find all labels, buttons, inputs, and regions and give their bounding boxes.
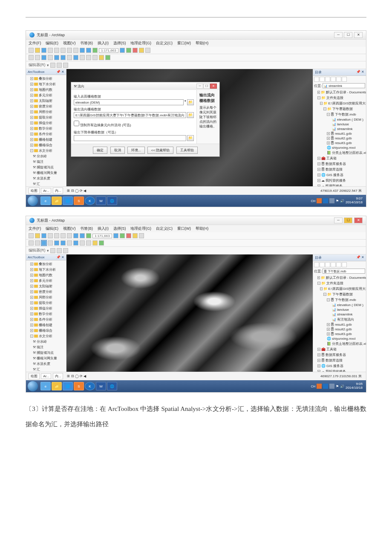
catalog-tree-item[interactable]: −📁 下午赛题数据 (314, 292, 365, 297)
toolbox-item[interactable]: +提取分析 (27, 115, 65, 120)
catalog-tree-item[interactable]: 📊 elevation ( DEM ) (314, 303, 365, 307)
toolbar-tools[interactable] (26, 240, 366, 247)
task-arc-icon[interactable]: 🌐 (63, 197, 73, 205)
catalog-tree-item[interactable]: +🗄 数据库服务器 (314, 161, 365, 167)
toolbox-item[interactable]: +密度分析 (27, 289, 65, 295)
toolbar-tools[interactable] (26, 54, 366, 61)
menu-select[interactable]: 选择(S) (113, 41, 126, 45)
toolbox-item[interactable]: +多元分析 (27, 278, 65, 283)
catalog-tree-item[interactable]: −🗄 下午数据.mdb (314, 112, 365, 117)
catalog-tree-item[interactable]: +🗄 数据库连接 (314, 358, 365, 363)
bottom-tabs[interactable]: 绘图 Ar... 内... (29, 373, 63, 379)
output-raster[interactable]: E:\第四届GIS技能应用大赛下午\下午赛题数据\下午数据.mdb\有洼地流向 (74, 112, 186, 118)
toolbox-item[interactable]: +条件分析 (27, 317, 65, 322)
catalog-tree-item[interactable]: +🗄 result1.gdb (314, 322, 365, 327)
browse-button[interactable]: 📁 (187, 135, 194, 141)
task-k-icon[interactable]: K (85, 197, 95, 205)
toolbox-item[interactable]: +栅格综合 (27, 142, 65, 148)
map-view[interactable]: ⚒ 流向 ─☐✕ 输入表面栅格数据 elevation (DEM) ▾ 📁 (66, 69, 313, 186)
ok-button[interactable]: 确定 (93, 147, 107, 154)
browse-button[interactable]: 📁 (187, 99, 194, 105)
menu-window[interactable]: 窗口(W) (177, 41, 191, 45)
catalog-tree-item[interactable]: 🌐 shiyunxing.mxd (314, 336, 365, 341)
toolbox-item[interactable]: +地下水分析 (27, 267, 65, 272)
drop-raster[interactable] (74, 135, 186, 141)
toolbox-item[interactable]: +插值分析 (27, 306, 65, 311)
toolbox-item[interactable]: +地图代数 (27, 272, 65, 278)
catalog-toolbar[interactable] (313, 76, 366, 83)
toolbox-item[interactable]: +栅格创建 (27, 322, 65, 328)
catalog-tree-item[interactable]: +☁ 即用型服务 (314, 183, 365, 186)
map-view[interactable] (66, 254, 313, 372)
catalog-tree-item[interactable]: +☁ 我托管的服务 (314, 369, 365, 372)
catalog-tree-item[interactable]: +🧰 工具箱 (314, 347, 365, 352)
catalog-tree-item[interactable]: +🗄 result1.gdb (314, 131, 365, 136)
catalog-tree-item[interactable]: −🗄 下午数据.mdb (314, 297, 365, 303)
toolbox-item[interactable]: +局部分析 (27, 295, 65, 300)
catalog-tree-item[interactable]: 📗 分类土地整治面积表.xls (314, 150, 365, 156)
catalog-tree-item[interactable]: 📊 streamlink (314, 312, 365, 317)
toolbox-item[interactable]: +地下水分析 (27, 81, 65, 87)
dialog-win-controls[interactable]: ─☐✕ (196, 84, 217, 89)
toolbox-hydrology[interactable]: −水文分析 (27, 148, 65, 153)
force-edge-checkbox[interactable]: 强制所有边缘象元向外流动 (可选) (74, 121, 194, 127)
task-explorer-icon[interactable]: 📁 (52, 382, 62, 390)
toolbox-item[interactable]: +数学分析 (27, 126, 65, 131)
start-button[interactable] (28, 381, 38, 391)
tool-item[interactable]: ⚒汇 (27, 367, 65, 372)
tool-item[interactable]: ⚒汇 (27, 181, 65, 186)
catalog-tree-item[interactable]: +☁ 我托管的服务 (314, 178, 365, 183)
task-ie-icon[interactable]: e (40, 197, 51, 205)
catalog-tree-item[interactable]: 📊 有洼地流向 (314, 317, 365, 322)
task-arc-icon[interactable]: 🌐 (63, 382, 73, 390)
catalog-tree-item[interactable]: 🌐 shiyunxing.mxd (314, 145, 365, 150)
tool-item[interactable]: ⚒分水岭 (27, 339, 65, 344)
toolbox-item[interactable]: +多元分析 (27, 92, 65, 98)
window-controls[interactable]: ─ ☐ ✕ (334, 32, 363, 38)
catalog-tree-item[interactable]: +🗄 result3.gdb (314, 141, 365, 145)
tool-help-button[interactable]: 工具帮助 (176, 147, 198, 154)
bottom-tabs[interactable]: 绘图 Ar... 内... (29, 188, 63, 194)
task-explorer-icon[interactable]: 📁 (52, 197, 62, 205)
task-word-icon[interactable]: W (96, 382, 106, 390)
task-word-icon[interactable]: W (96, 197, 106, 205)
menu-bookmark[interactable]: 书签(B) (80, 41, 93, 45)
tool-item[interactable]: ⚒水流长度 (27, 361, 65, 367)
pin-icon[interactable]: 📌 ✕ (356, 70, 364, 75)
menu-customize[interactable]: 自定义(C) (156, 41, 173, 45)
toolbox-item[interactable]: +太阳辐射 (27, 283, 65, 289)
toolbox-item[interactable]: +插值分析 (27, 120, 65, 126)
tool-item[interactable]: ⚒栅格河网矢量 (27, 356, 65, 361)
browse-button[interactable]: 📁 (187, 112, 194, 118)
task-arcmap-icon[interactable]: 🌐 (107, 197, 117, 205)
catalog-tree-item[interactable]: +🗄 数据库连接 (314, 167, 365, 172)
catalog-tree-item[interactable]: +📁 默认工作目录 - Documents\Arc (314, 90, 365, 95)
toolbox-item[interactable]: +条件分析 (27, 131, 65, 137)
toolbar-standard[interactable]: 1:171,663 (26, 232, 366, 240)
toolbar-editor[interactable]: 编辑器(R) ▾ (26, 61, 366, 69)
toolbox-item[interactable]: +太阳辐射 (27, 98, 65, 104)
windows-taskbar[interactable]: e 📁 🌐 S K W 🌐 CH ⚑ 🔊 9:07 2014/10/18 (26, 195, 366, 207)
catalog-tree-item[interactable]: +🗄 result3.gdb (314, 332, 365, 336)
menu-help[interactable]: 帮助(H) (196, 41, 209, 45)
toolbox-item[interactable]: +地图代数 (27, 87, 65, 92)
catalog-tree-item[interactable]: 📊 elevation ( DEM ) (314, 117, 365, 122)
task-app-icon[interactable]: S (74, 197, 84, 205)
catalog-tree-item[interactable]: +📁 默认工作目录 - Documents\Arc (314, 275, 365, 280)
task-k-icon[interactable]: K (85, 382, 95, 390)
clock[interactable]: 9:07 2014/10/18 (346, 197, 364, 205)
catalog-toolbar[interactable] (313, 261, 366, 268)
toolbox-item[interactable]: +叠加分析 (27, 76, 65, 81)
catalog-tree-item[interactable]: +🗄 result2.gdb (314, 327, 365, 332)
menu-view[interactable]: 视图(V) (63, 41, 76, 45)
toolbox-hydrology[interactable]: −水文分析 (27, 333, 65, 339)
scale-input[interactable]: 1:171,663 (92, 234, 112, 238)
task-ie-icon[interactable]: e (40, 382, 51, 390)
cancel-button[interactable]: 取消 (110, 147, 125, 154)
pin-icon[interactable]: 📌 ✕ (56, 255, 64, 259)
env-button[interactable]: 环境... (127, 147, 145, 154)
toolbox-item[interactable]: +数学分析 (27, 311, 65, 317)
hide-help-button[interactable]: << 隐藏帮助 (147, 147, 174, 154)
menu-bar[interactable]: 文件(F) 编辑(E) 视图(V) 书签(B) 插入(I) 选择(S) 地理处理… (26, 40, 366, 47)
catalog-tree-item[interactable]: 📊 streamlink (314, 127, 365, 131)
